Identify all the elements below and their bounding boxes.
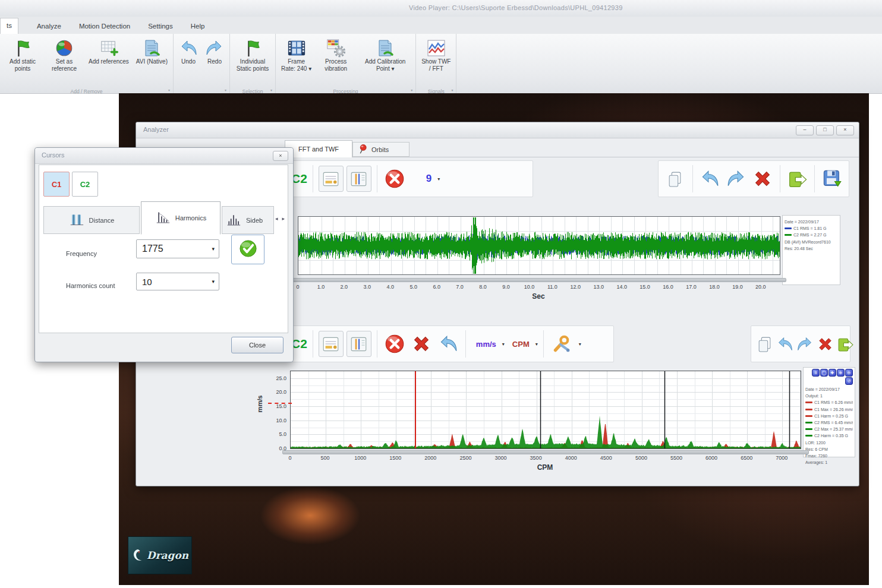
tab-fft-and-twf[interactable]: FFT and TWF bbox=[285, 140, 352, 157]
close-button[interactable]: Close bbox=[231, 337, 284, 353]
fft-cursor-lines-button[interactable] bbox=[346, 331, 371, 357]
fft-clear-button[interactable] bbox=[410, 330, 433, 358]
tab-scroll-right-icon[interactable]: ▸ bbox=[282, 216, 285, 222]
twf-delete-cursor-button[interactable] bbox=[383, 165, 407, 192]
group-launcher-icon[interactable]: ▾ bbox=[411, 88, 412, 92]
fft-zoom-button[interactable]: ↺ bbox=[845, 377, 853, 385]
twf-export-button[interactable] bbox=[786, 165, 809, 192]
apply-frequency-button[interactable] bbox=[231, 235, 264, 264]
grid-plus-icon bbox=[99, 38, 118, 58]
harmonics-count-combobox[interactable]: 10 ▾ bbox=[136, 273, 219, 290]
axis-tick-label: 5500 bbox=[670, 455, 682, 461]
chevron-down-icon[interactable]: ▾ bbox=[579, 342, 581, 347]
ribbon-button-individual-static-points[interactable]: Individual Static points bbox=[232, 35, 273, 72]
fft-undo2-button[interactable] bbox=[776, 330, 793, 358]
fft-redo-button[interactable] bbox=[796, 330, 814, 358]
twf-undo-button[interactable] bbox=[698, 165, 722, 192]
fft-chart[interactable] bbox=[290, 371, 801, 449]
tab-scroll-left-icon[interactable]: ◂ bbox=[275, 216, 278, 222]
fft-frequency-unit-dropdown[interactable]: CPM bbox=[512, 340, 530, 349]
cursors-dialog-titlebar[interactable]: Cursors × bbox=[35, 148, 293, 164]
fft-copy-button[interactable] bbox=[756, 330, 773, 358]
maximize-button[interactable]: □ bbox=[816, 125, 834, 135]
minimize-button[interactable]: – bbox=[796, 125, 814, 135]
twf-cursor-c2-label[interactable]: C2 bbox=[291, 172, 307, 186]
twf-harmonics-count-value[interactable]: 9 bbox=[426, 173, 431, 185]
close-button[interactable]: × bbox=[836, 125, 854, 135]
flag-icon bbox=[243, 38, 262, 58]
twf-clear-button[interactable] bbox=[751, 165, 774, 192]
chevron-down-icon[interactable]: ▾ bbox=[536, 342, 538, 347]
fft-scrollbar[interactable] bbox=[282, 450, 809, 454]
tab-sidebands[interactable]: Sideb bbox=[222, 206, 274, 234]
fft-cursor-c2-label[interactable]: C2 bbox=[291, 337, 307, 351]
group-launcher-icon[interactable]: ▾ bbox=[225, 88, 226, 92]
ribbon-button-add-calibration-point[interactable]: Add Calibration Point ▾ bbox=[357, 35, 414, 72]
fft-legend-lines: Date = 2022/09/17Output: 1C1 RMS = 6.26 … bbox=[805, 386, 853, 466]
ribbon-tab-settings[interactable]: Settings bbox=[139, 19, 182, 34]
axis-tick-label: 12.0 bbox=[571, 284, 581, 290]
group-launcher-icon[interactable]: ▾ bbox=[451, 88, 453, 92]
frequency-combobox[interactable]: 1775 ▾ bbox=[136, 239, 219, 258]
group-launcher-icon[interactable]: ▾ bbox=[270, 88, 272, 92]
analyzer-titlebar[interactable]: Analyzer – □ × bbox=[136, 122, 859, 138]
fft-delete-button[interactable] bbox=[817, 330, 834, 358]
ribbon-group-label: Add / Remove bbox=[71, 88, 103, 94]
ribbon-button-process-vibration[interactable]: Process vibration bbox=[315, 35, 357, 72]
fft-zoom-button[interactable]: ⊕ bbox=[837, 369, 845, 377]
twf-chart[interactable] bbox=[298, 216, 780, 275]
ribbon-button-frame-rate-240[interactable]: Frame Rate: 240 ▾ bbox=[278, 35, 315, 72]
separator bbox=[465, 330, 466, 358]
legend-line: C1 RMS = 6.26 mm/s bbox=[805, 399, 853, 406]
ribbon-tab-analyze[interactable]: Analyze bbox=[28, 19, 70, 34]
ribbon-button-avi-native[interactable]: AVI (Native) bbox=[133, 35, 171, 65]
ribbon-tab-motion-detection[interactable]: Motion Detection bbox=[70, 19, 139, 34]
legend-line: Date = 2022/09/17 bbox=[785, 219, 838, 225]
chevron-down-icon[interactable]: ▾ bbox=[502, 342, 505, 347]
tab-orbits-label: Orbits bbox=[371, 146, 389, 153]
tab-harmonics[interactable]: Harmonics bbox=[141, 201, 220, 235]
ribbon-button-show-twf-fft[interactable]: Show TWF / FFT bbox=[418, 35, 454, 72]
legend-swatch bbox=[805, 402, 812, 403]
twf-redo-button[interactable] bbox=[724, 165, 748, 192]
fft-zoom-button[interactable]: ⊖ bbox=[845, 369, 853, 377]
tab-orbits[interactable]: Orbits bbox=[352, 142, 410, 157]
chevron-down-icon[interactable]: ▾ bbox=[212, 279, 219, 284]
group-launcher-icon[interactable]: ▾ bbox=[168, 88, 170, 92]
ribbon-group-processing: Frame Rate: 240 ▾Process vibrationAdd Ca… bbox=[276, 34, 416, 93]
fft-export-button[interactable] bbox=[837, 330, 854, 358]
twf-copy-button[interactable] bbox=[663, 165, 687, 192]
fft-delete-cursor-button[interactable] bbox=[383, 330, 407, 358]
tab-distance[interactable]: Distance bbox=[43, 206, 140, 234]
fft-zoom-button[interactable]: ◯ bbox=[820, 369, 828, 377]
chevron-down-icon[interactable]: ▾ bbox=[212, 246, 219, 252]
cursors-dialog: Cursors × C1 C2 Distance Harmonics Sideb… bbox=[34, 147, 294, 362]
fft-zoom-button[interactable]: II bbox=[812, 369, 820, 377]
ribbon-button-undo[interactable]: Undo bbox=[175, 35, 201, 65]
chevron-down-icon[interactable]: ▾ bbox=[437, 176, 440, 182]
cursors-dialog-close-icon[interactable]: × bbox=[273, 151, 288, 161]
fft-tools-button[interactable] bbox=[549, 330, 573, 358]
ribbon-button-set-as-reference[interactable]: Set as reference bbox=[43, 35, 85, 72]
ribbon-group-undo-redo: UndoRedo▾ bbox=[174, 34, 230, 93]
cursor-tab-c2[interactable]: C2 bbox=[72, 172, 98, 197]
ribbon-tab-ts[interactable]: ts bbox=[0, 18, 18, 34]
twf-scrollbar[interactable] bbox=[289, 278, 786, 282]
twf-labels-button[interactable] bbox=[319, 166, 344, 192]
ribbon-button-add-static-points[interactable]: Add static points bbox=[2, 35, 43, 72]
ribbon-button-redo[interactable]: Redo bbox=[201, 35, 228, 65]
axis-tick-label: 7.0 bbox=[456, 284, 464, 290]
twf-save-button[interactable] bbox=[820, 165, 844, 192]
frequency-value[interactable]: 1775 bbox=[137, 244, 212, 254]
fft-labels-button[interactable] bbox=[319, 331, 344, 357]
fft-zoom-button[interactable]: ✚ bbox=[829, 369, 836, 377]
fft-unit-dropdown[interactable]: mm/s bbox=[476, 340, 496, 349]
harmonics-count-value[interactable]: 10 bbox=[137, 277, 212, 287]
twf-cursor-lines-button[interactable] bbox=[346, 166, 371, 192]
ribbon-button-add-references[interactable]: Add references bbox=[85, 35, 133, 65]
fft-undo-button[interactable] bbox=[436, 330, 460, 358]
ribbon-tab-help[interactable]: Help bbox=[182, 19, 214, 34]
separator bbox=[377, 165, 377, 192]
cursor-tab-c1[interactable]: C1 bbox=[43, 172, 70, 197]
window-titlebar: Video Player: C:\Users\Suporte Erbessd\D… bbox=[0, 0, 882, 17]
